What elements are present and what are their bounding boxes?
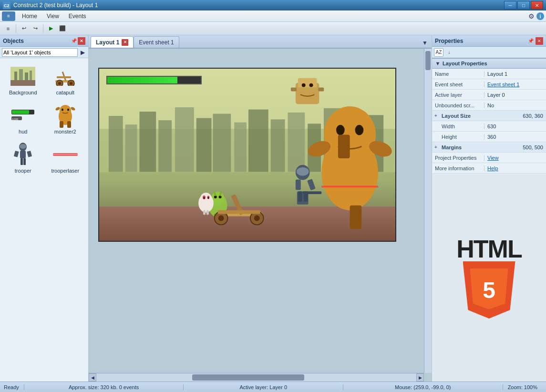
layout-editor: Layout 1 ✕ Event sheet 1 ▼ [89, 35, 432, 382]
layout-canvas-area[interactable]: ◀ ▶ [89, 49, 432, 382]
game-scene [99, 69, 395, 241]
props-val-name[interactable]: Layout 1 [484, 71, 546, 77]
scrollbar-h-left-btn[interactable]: ◀ [89, 373, 96, 382]
menu-view[interactable]: View [42, 12, 64, 21]
menu-events[interactable]: Events [64, 12, 91, 21]
menu-btn[interactable]: ≡ [3, 23, 13, 34]
object-background-label: Background [9, 90, 37, 95]
props-layout-size-section: + Layout Size 630, 360 [432, 111, 546, 121]
toolbar: ≡ ↩ ↪ ▶ ⬛ [0, 22, 546, 35]
html5-number: 5 [483, 277, 495, 303]
debug-btn[interactable]: ⬛ [57, 23, 68, 34]
window-controls: ─ □ ✕ [504, 1, 543, 10]
options-icon[interactable]: ⚙ [528, 12, 535, 20]
margins-toggle[interactable]: + [432, 144, 440, 151]
object-background-thumb [10, 64, 35, 89]
tab-dropdown-btn[interactable]: ▼ [420, 38, 430, 48]
props-tab-az[interactable]: AZ [434, 48, 443, 57]
tab-layout1-close[interactable]: ✕ [122, 39, 128, 46]
titlebar: C2 Construct 2 (test build) - Layout 1 ─… [0, 0, 546, 10]
props-close-btn[interactable]: ✕ [536, 37, 543, 45]
status-active-layer: Active layer: Layer 0 [184, 384, 343, 390]
svg-rect-56 [291, 88, 297, 92]
props-key-name: Name [432, 71, 484, 77]
status-mouse: Mouse: (259.0, -99.0, 0) [343, 384, 503, 390]
layout-scrollbar-v[interactable] [424, 49, 432, 373]
menu-home[interactable]: Home [17, 12, 42, 21]
layout-properties-label: Layout Properties [443, 61, 487, 66]
undo-btn[interactable]: ↩ [19, 23, 29, 34]
svg-rect-31 [27, 151, 32, 157]
scrollbar-h-thumb[interactable] [192, 374, 304, 381]
section-toggle[interactable]: ▼ [435, 61, 441, 66]
svg-rect-30 [14, 151, 19, 157]
svg-rect-4 [14, 72, 17, 80]
object-trooper[interactable]: trooper [4, 140, 42, 175]
svg-point-78 [214, 196, 217, 198]
svg-point-92 [200, 193, 212, 204]
props-val-projectprops[interactable]: View [484, 155, 546, 161]
props-val-height[interactable]: 360 [484, 134, 546, 140]
props-val-moreinfo[interactable]: Help [484, 165, 546, 171]
props-row-moreinfo: More information Help [432, 163, 546, 174]
props-key-width: Width [432, 124, 484, 129]
props-table: Name Layout 1 Event sheet Event sheet 1 … [432, 69, 546, 174]
objects-pin-btn[interactable]: 📌 [70, 37, 78, 45]
minimize-button[interactable]: ─ [504, 1, 516, 10]
html5-text: HTML [456, 237, 521, 261]
svg-rect-97 [203, 210, 206, 215]
object-hud[interactable]: 1000 hud [4, 101, 42, 136]
help-icon[interactable]: i [536, 12, 544, 20]
props-val-activelayer[interactable]: Layer 0 [484, 92, 546, 98]
tab-layout1[interactable]: Layout 1 ✕ [91, 36, 134, 48]
maximize-button[interactable]: □ [517, 1, 530, 10]
close-button[interactable]: ✕ [531, 1, 543, 10]
svg-rect-57 [318, 88, 324, 92]
tab-eventsheet1[interactable]: Event sheet 1 [134, 36, 179, 48]
props-row-width: Width 630 [432, 121, 546, 132]
scrollbar-h-right-btn[interactable]: ▶ [416, 373, 424, 382]
layout-scrollbar-h[interactable]: ◀ ▶ [89, 373, 424, 382]
status-zoom: Zoom: 100% [503, 384, 542, 390]
objects-filter-input[interactable] [2, 48, 78, 57]
props-row-height: Height 360 [432, 132, 546, 142]
object-trooperlaser-label: trooperlaser [51, 168, 79, 174]
html5-shield: 5 [463, 261, 515, 319]
props-row-name: Name Layout 1 [432, 69, 546, 79]
props-pin-icon[interactable]: 📌 [528, 38, 534, 43]
props-val-eventsheet[interactable]: Event sheet 1 [484, 82, 546, 87]
svg-rect-25 [60, 121, 63, 128]
svg-rect-33 [23, 158, 26, 165]
svg-text:C2: C2 [4, 3, 10, 8]
main-area: Objects 📌 ✕ ▶ [0, 35, 546, 382]
svg-point-28 [20, 144, 26, 149]
props-tab-sort[interactable]: ↓ [444, 48, 454, 57]
layout-size-toggle[interactable]: + [432, 112, 440, 120]
svg-rect-13 [62, 72, 66, 81]
objects-close-btn[interactable]: ✕ [78, 37, 85, 45]
props-val-width[interactable]: 630 [484, 124, 546, 129]
properties-panel: Properties 📌 ✕ AZ ↓ ▼ Layout Properties … [432, 35, 546, 382]
props-val-unbounded[interactable]: No [484, 103, 546, 108]
objects-add-btn[interactable]: ▶ [79, 49, 86, 56]
svg-point-22 [67, 109, 69, 111]
html5-shield-inner: 5 [470, 268, 508, 311]
redo-btn[interactable]: ↪ [30, 23, 41, 34]
scrollbar-v-thumb[interactable] [425, 51, 431, 70]
tab-eventsheet1-label: Event sheet 1 [139, 39, 174, 46]
svg-point-20 [60, 105, 71, 116]
objects-grid: Background catapult [0, 58, 88, 382]
scrollbar-h-track[interactable] [96, 373, 416, 382]
run-btn[interactable]: ▶ [46, 23, 56, 34]
objects-panel: Objects 📌 ✕ ▶ [0, 35, 89, 382]
svg-point-86 [218, 216, 224, 221]
svg-rect-64 [338, 134, 350, 158]
app-menu-icon[interactable]: ≡ [2, 11, 15, 21]
status-ready: Ready [4, 384, 24, 390]
properties-title: Properties [435, 38, 528, 44]
object-monster2[interactable]: monster2 [46, 101, 85, 136]
svg-rect-32 [21, 158, 23, 165]
object-background[interactable]: Background [4, 62, 42, 97]
object-catapult[interactable]: catapult [46, 62, 85, 97]
object-trooperlaser[interactable]: trooperlaser [46, 140, 85, 175]
